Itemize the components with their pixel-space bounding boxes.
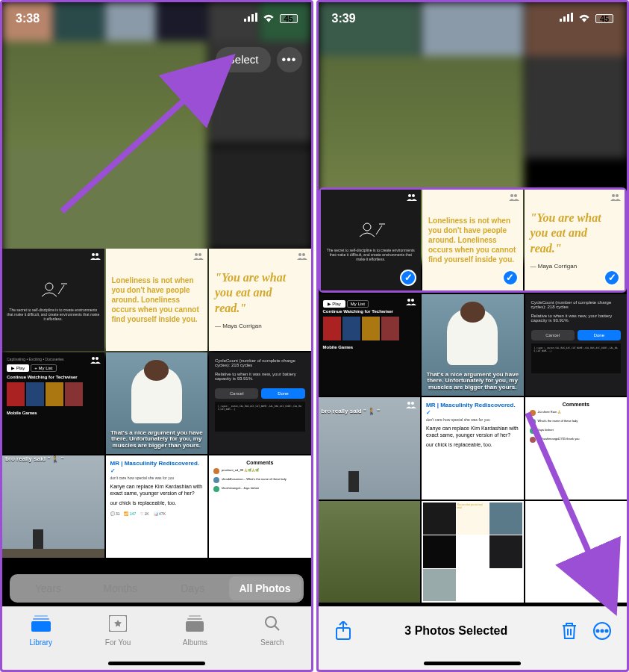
svg-rect-3 <box>255 13 257 22</box>
tab-library[interactable]: Library <box>2 607 79 655</box>
svg-point-35 <box>411 299 414 302</box>
tab-foryou[interactable]: For You <box>79 607 156 655</box>
svg-point-7 <box>195 253 198 256</box>
svg-point-8 <box>198 253 201 256</box>
library-icon <box>31 615 51 636</box>
svg-point-37 <box>411 402 414 405</box>
albums-icon <box>186 615 204 636</box>
visible-photos: The secret to self-discipline is to crea… <box>2 249 311 565</box>
svg-point-9 <box>298 253 301 256</box>
shared-icon <box>193 252 204 261</box>
tab-bar: Library For You Albums Search <box>2 606 311 670</box>
svg-rect-13 <box>34 615 48 617</box>
status-right: 45 <box>560 12 613 25</box>
svg-rect-23 <box>560 19 562 22</box>
photo-thumb[interactable]: Comments prashant_ad_30 🙏🌿🙏🌿 shraddhasum… <box>209 455 311 558</box>
photo-thumb[interactable]: MR | Masculinity Rediscovered. ✓ don't c… <box>422 397 524 500</box>
shared-icon <box>407 193 417 202</box>
photo-thumb[interactable]: ▶ PlayMy List Continue Watching for Tech… <box>319 294 421 396</box>
svg-point-20 <box>266 617 276 627</box>
svg-rect-15 <box>31 621 51 632</box>
foryou-icon <box>109 615 127 636</box>
photo-thumb[interactable]: "You are what you eat and read." — Maya … <box>209 249 311 351</box>
status-bar: 3:39 45 <box>319 2 628 35</box>
svg-point-27 <box>408 194 411 197</box>
svg-point-5 <box>96 253 98 256</box>
screenshot-right: 3:39 45 The secret to sel <box>316 0 630 672</box>
annotation-arrow <box>54 55 248 222</box>
shared-icon <box>610 193 621 202</box>
shared-icon <box>297 252 307 261</box>
svg-point-30 <box>510 194 513 197</box>
svg-point-29 <box>363 223 371 231</box>
shared-icon <box>90 252 101 261</box>
segment-all-photos[interactable]: All Photos <box>229 576 301 600</box>
svg-rect-18 <box>187 618 202 620</box>
svg-point-31 <box>514 194 517 197</box>
photo-thumb[interactable]: The secret to self-discipline is to crea… <box>2 249 104 351</box>
svg-point-36 <box>407 402 410 405</box>
photo-thumb-selected[interactable]: The secret to self-discipline is to crea… <box>321 190 422 290</box>
svg-point-42 <box>605 630 607 632</box>
svg-rect-1 <box>248 16 250 22</box>
photo-thumb[interactable]: Loneliness is not when you don't have pe… <box>106 249 208 351</box>
tab-search[interactable]: Search <box>234 607 310 655</box>
battery-icon: 45 <box>595 14 613 23</box>
svg-rect-17 <box>189 615 201 617</box>
svg-point-4 <box>92 253 95 256</box>
svg-point-41 <box>601 630 603 632</box>
photo-thumb[interactable]: CycleCount (number of complete charge cy… <box>525 294 628 396</box>
svg-rect-26 <box>571 13 573 22</box>
photo-thumb[interactable]: Captivating • Exciting • Docuseries ▶ Pl… <box>2 352 104 455</box>
svg-rect-2 <box>251 14 254 22</box>
photo-thumb[interactable]: CycleCount (number of complete charge cy… <box>209 352 311 455</box>
tab-albums[interactable]: Albums <box>157 607 234 655</box>
wifi-icon <box>262 12 275 25</box>
svg-line-43 <box>528 413 610 600</box>
photo-thumb-selected[interactable]: "You are what you eat and read." — Maya … <box>525 190 625 290</box>
more-button[interactable]: ••• <box>277 47 302 72</box>
photo-thumb[interactable]: That's a nice argument you have there. U… <box>106 352 208 455</box>
photo-thumb-selected[interactable]: Loneliness is not when you don't have pe… <box>422 190 523 290</box>
svg-point-34 <box>407 299 410 302</box>
svg-rect-14 <box>33 618 49 620</box>
photo-thumb[interactable]: bro really said " 🚶 " <box>2 455 104 558</box>
annotation-arrow <box>520 405 630 625</box>
wifi-icon <box>578 12 591 25</box>
svg-point-10 <box>302 253 305 256</box>
photo-thumb[interactable]: bro really said " 🚶 " <box>319 397 421 500</box>
check-icon: ✓ <box>604 270 620 286</box>
share-button[interactable] <box>334 621 353 641</box>
check-icon: ✓ <box>400 270 416 286</box>
segment-days[interactable]: Days <box>157 576 229 600</box>
shared-icon <box>406 298 416 306</box>
time-segmented-control: Years Months Days All Photos <box>10 574 304 603</box>
photo-thumb[interactable]: You are what you eat and read. <box>422 501 524 603</box>
status-right: 45 <box>244 12 298 25</box>
clock: 3:38 <box>16 12 40 25</box>
selected-photos-row: The secret to self-discipline is to crea… <box>319 187 628 293</box>
svg-line-22 <box>62 66 222 211</box>
photo-thumb[interactable]: That's a nice argument you have there. U… <box>422 294 524 396</box>
signal-icon <box>244 12 257 25</box>
signal-icon <box>560 12 573 25</box>
home-indicator[interactable] <box>108 662 205 665</box>
shared-icon <box>509 193 519 202</box>
photo-thumb[interactable] <box>319 501 421 603</box>
segment-years[interactable]: Years <box>12 576 84 600</box>
clock: 3:39 <box>332 12 356 25</box>
check-icon: ✓ <box>502 270 519 286</box>
svg-rect-19 <box>186 621 204 632</box>
home-indicator[interactable] <box>424 662 521 665</box>
svg-point-32 <box>612 194 615 197</box>
segment-months[interactable]: Months <box>84 576 157 600</box>
svg-rect-0 <box>244 19 246 22</box>
shared-icon <box>90 356 101 364</box>
svg-point-40 <box>596 630 598 632</box>
status-bar: 3:38 45 <box>2 2 311 35</box>
photo-thumb[interactable]: MR | Masculinity Rediscovered. ✓ don't c… <box>106 455 208 558</box>
svg-rect-24 <box>563 16 566 22</box>
shared-icon <box>406 401 416 409</box>
svg-line-21 <box>275 626 279 630</box>
svg-point-33 <box>616 194 619 197</box>
